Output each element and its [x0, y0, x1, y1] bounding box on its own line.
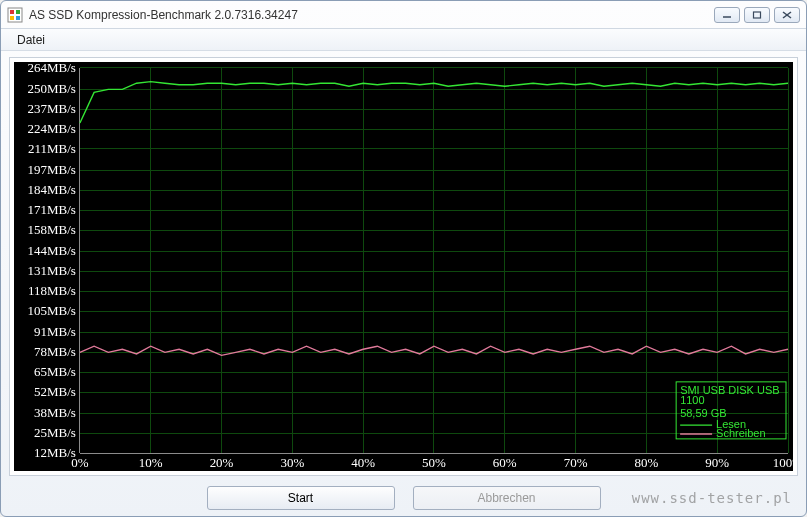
titlebar: AS SSD Kompression-Benchmark 2.0.7316.34…	[1, 1, 806, 29]
svg-text:237MB/s: 237MB/s	[28, 102, 76, 116]
svg-text:131MB/s: 131MB/s	[28, 264, 76, 278]
svg-text:224MB/s: 224MB/s	[28, 122, 76, 136]
svg-text:Schreiben: Schreiben	[716, 427, 765, 439]
svg-text:25MB/s: 25MB/s	[34, 426, 76, 440]
button-row: Start Abbrechen	[1, 480, 806, 516]
svg-text:118MB/s: 118MB/s	[28, 284, 76, 298]
menu-file[interactable]: Datei	[9, 31, 53, 49]
svg-text:70%: 70%	[564, 456, 588, 470]
chart-area: 264MB/s250MB/s237MB/s224MB/s211MB/s197MB…	[14, 62, 793, 471]
svg-text:65MB/s: 65MB/s	[34, 365, 76, 379]
svg-text:184MB/s: 184MB/s	[28, 183, 76, 197]
svg-text:250MB/s: 250MB/s	[28, 82, 76, 96]
svg-text:30%: 30%	[280, 456, 304, 470]
svg-text:91MB/s: 91MB/s	[34, 326, 76, 340]
start-button[interactable]: Start	[207, 486, 395, 510]
svg-rect-2	[16, 10, 20, 14]
svg-text:264MB/s: 264MB/s	[28, 62, 76, 75]
compression-chart: 264MB/s250MB/s237MB/s224MB/s211MB/s197MB…	[14, 62, 793, 471]
minimize-button[interactable]	[714, 7, 740, 23]
svg-text:211MB/s: 211MB/s	[28, 142, 76, 156]
svg-text:78MB/s: 78MB/s	[34, 345, 76, 359]
svg-text:38MB/s: 38MB/s	[34, 407, 76, 421]
svg-text:10%: 10%	[139, 456, 163, 470]
app-window: AS SSD Kompression-Benchmark 2.0.7316.34…	[0, 0, 807, 517]
close-button[interactable]	[774, 7, 800, 23]
svg-text:144MB/s: 144MB/s	[28, 244, 76, 258]
svg-text:158MB/s: 158MB/s	[28, 223, 76, 237]
svg-text:100%: 100%	[773, 456, 793, 470]
svg-text:52MB/s: 52MB/s	[34, 385, 76, 399]
svg-text:80%: 80%	[634, 456, 658, 470]
svg-text:50%: 50%	[422, 456, 446, 470]
svg-text:60%: 60%	[493, 456, 517, 470]
svg-rect-3	[10, 16, 14, 20]
svg-rect-4	[16, 16, 20, 20]
window-title: AS SSD Kompression-Benchmark 2.0.7316.34…	[29, 8, 714, 22]
maximize-button[interactable]	[744, 7, 770, 23]
cancel-button[interactable]: Abbrechen	[413, 486, 601, 510]
svg-rect-1	[10, 10, 14, 14]
svg-text:20%: 20%	[210, 456, 234, 470]
svg-rect-6	[754, 12, 761, 18]
svg-text:90%: 90%	[705, 456, 729, 470]
svg-text:197MB/s: 197MB/s	[28, 163, 76, 177]
svg-text:105MB/s: 105MB/s	[28, 304, 76, 318]
menubar: Datei	[1, 29, 806, 51]
window-controls	[714, 7, 800, 23]
svg-text:171MB/s: 171MB/s	[28, 203, 76, 217]
chart-container: 264MB/s250MB/s237MB/s224MB/s211MB/s197MB…	[9, 57, 798, 476]
svg-text:0%: 0%	[71, 456, 89, 470]
svg-text:1100: 1100	[680, 395, 704, 407]
svg-text:40%: 40%	[351, 456, 375, 470]
app-icon	[7, 7, 23, 23]
svg-text:12MB/s: 12MB/s	[34, 446, 76, 460]
